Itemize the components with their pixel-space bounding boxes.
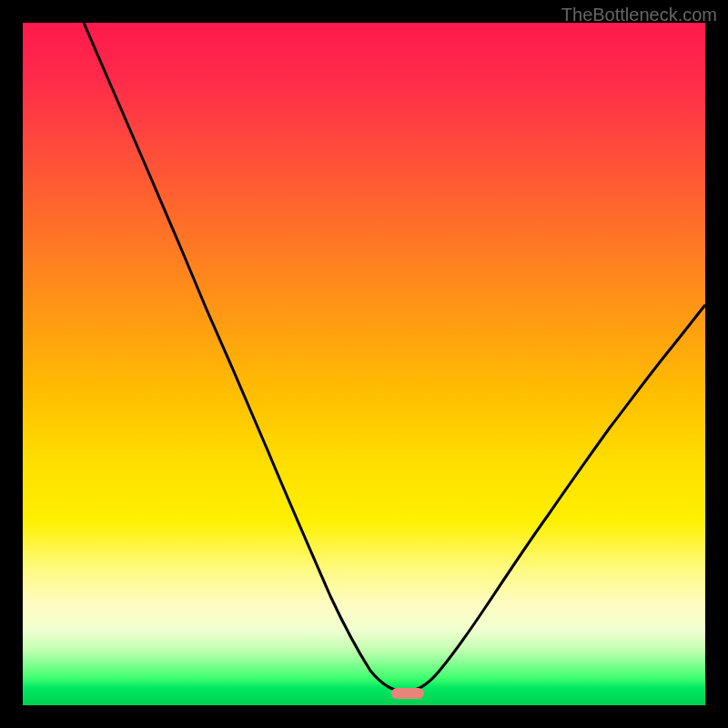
watermark-text: TheBottleneck.com — [561, 5, 717, 25]
bottleneck-chart: TheBottleneck.com — [0, 0, 728, 728]
plot-gradient-area — [23, 23, 705, 705]
minimum-marker — [391, 688, 424, 699]
